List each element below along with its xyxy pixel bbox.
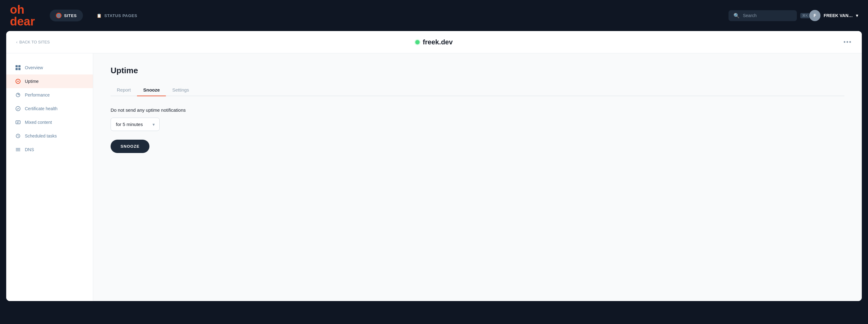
svg-rect-0 [16, 65, 18, 67]
status-dot [415, 40, 420, 44]
more-options-button[interactable]: ••• [843, 38, 852, 46]
page-header: ‹ BACK TO SITES freek.dev ••• [6, 31, 862, 53]
sidebar-item-label: Certificate health [25, 106, 58, 111]
back-to-sites-link[interactable]: ‹ BACK TO SITES [16, 40, 50, 44]
tabs: Report Snooze Settings [111, 84, 844, 96]
performance-icon [15, 92, 21, 98]
chevron-down-icon: ▾ [856, 13, 858, 18]
sidebar-item-label: Overview [25, 65, 43, 70]
page-title: Uptime [111, 66, 844, 75]
logo-line2: dear [10, 15, 35, 27]
mixed-content-icon [15, 119, 21, 125]
search-input[interactable] [743, 13, 797, 18]
chevron-left-icon: ‹ [16, 40, 18, 44]
svg-point-5 [18, 81, 19, 82]
svg-rect-2 [16, 68, 18, 70]
tab-report[interactable]: Report [111, 84, 137, 96]
sites-label: SITES [64, 13, 77, 18]
more-icon: ••• [843, 38, 852, 45]
snooze-button[interactable]: SNOOZE [111, 140, 149, 153]
snooze-duration-select[interactable]: for 5 minutes for 15 minutes for 30 minu… [111, 118, 160, 131]
dns-icon [15, 146, 21, 153]
svg-rect-3 [18, 68, 21, 70]
search-bar: 🔍 ⌘K [728, 10, 797, 21]
sidebar-item-label: Uptime [25, 79, 38, 84]
user-menu-button[interactable]: F FREEK VAN… ▾ [809, 10, 858, 21]
tab-snooze[interactable]: Snooze [137, 84, 166, 96]
sidebar-item-dns[interactable]: DNS [6, 143, 93, 156]
search-icon: 🔍 [734, 13, 740, 19]
clipboard-icon: 📋 [97, 13, 102, 18]
content-area: Uptime Report Snooze Settings Do not sen… [93, 53, 862, 301]
certificate-icon [15, 106, 21, 112]
site-title: freek.dev [415, 38, 453, 46]
sidebar-item-overview[interactable]: Overview [6, 61, 93, 74]
sidebar-item-label: Mixed content [25, 120, 52, 125]
tab-settings[interactable]: Settings [166, 84, 195, 96]
page-container: ‹ BACK TO SITES freek.dev ••• [6, 31, 862, 301]
sidebar-item-uptime[interactable]: Uptime [6, 74, 93, 88]
grid-icon [15, 65, 21, 71]
sidebar: Overview Uptime [6, 53, 93, 301]
status-pages-label: STATUS PAGES [104, 13, 137, 18]
logo-line1: oh [10, 4, 35, 15]
logo: oh dear [10, 4, 35, 27]
main-content: Overview Uptime [6, 53, 862, 301]
sidebar-item-performance[interactable]: Performance [6, 88, 93, 102]
svg-rect-7 [16, 121, 20, 124]
sidebar-item-label: Performance [25, 93, 50, 98]
select-wrapper: for 5 minutes for 15 minutes for 30 minu… [111, 118, 160, 131]
back-label: BACK TO SITES [19, 40, 50, 44]
svg-rect-1 [18, 65, 21, 67]
clock-icon [15, 133, 21, 139]
avatar: F [809, 10, 820, 21]
globe-icon: 🌐 [56, 13, 62, 18]
status-pages-nav-button[interactable]: 📋 STATUS PAGES [90, 10, 144, 21]
topnav: oh dear 🌐 SITES 📋 STATUS PAGES 🔍 ⌘K F FR… [0, 0, 868, 31]
form-label: Do not send any uptime notifications [111, 107, 272, 113]
site-name: freek.dev [423, 38, 453, 46]
sidebar-item-label: Scheduled tasks [25, 134, 57, 138]
uptime-icon [15, 78, 21, 84]
sites-nav-button[interactable]: 🌐 SITES [50, 10, 83, 22]
sidebar-item-certificate-health[interactable]: Certificate health [6, 102, 93, 115]
sidebar-item-mixed-content[interactable]: Mixed content [6, 115, 93, 129]
sidebar-item-label: DNS [25, 147, 34, 152]
sidebar-item-scheduled-tasks[interactable]: Scheduled tasks [6, 129, 93, 143]
user-name: FREEK VAN… [824, 13, 853, 18]
search-shortcut: ⌘K [800, 13, 810, 18]
form-section: Do not send any uptime notifications for… [111, 107, 272, 153]
